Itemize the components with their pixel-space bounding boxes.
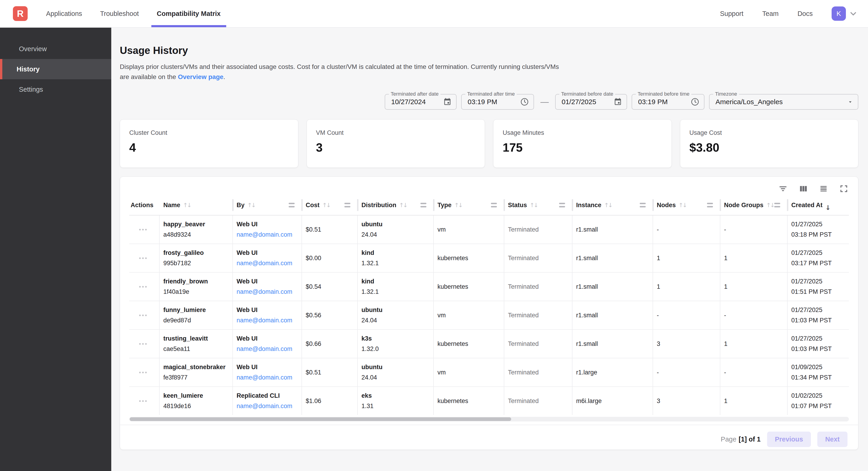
cost-value: $0.51 bbox=[306, 226, 354, 233]
column-drag-handle[interactable] bbox=[344, 203, 350, 207]
cell-type: kubernetes bbox=[434, 273, 504, 301]
avatar[interactable]: K bbox=[832, 6, 846, 21]
stat-value: 175 bbox=[503, 141, 662, 154]
column-header-instance[interactable]: Instance↑↓ bbox=[572, 195, 653, 215]
row-user-email[interactable]: name@domain.com bbox=[237, 260, 299, 267]
column-label: Type bbox=[437, 202, 452, 209]
column-drag-handle[interactable] bbox=[289, 203, 294, 207]
column-drag-handle[interactable] bbox=[491, 203, 497, 207]
row-actions-button[interactable] bbox=[137, 312, 149, 319]
column-label: Name bbox=[163, 202, 180, 209]
cell-status: Terminated bbox=[504, 273, 572, 301]
cell-by: Web UIname@domain.com bbox=[233, 358, 302, 386]
column-drag-handle[interactable] bbox=[421, 203, 426, 207]
column-drag-handle[interactable] bbox=[559, 203, 565, 207]
cell-nodes: 1 bbox=[653, 273, 720, 301]
column-header-status[interactable]: Status↑↓ bbox=[504, 195, 572, 215]
sidebar-item-overview[interactable]: Overview bbox=[0, 39, 111, 59]
page-description: Displays prior clusters/VMs and their as… bbox=[120, 62, 560, 82]
row-user-email[interactable]: name@domain.com bbox=[237, 317, 299, 324]
row-user-email[interactable]: name@domain.com bbox=[237, 231, 299, 238]
column-header-by[interactable]: By↑↓ bbox=[233, 195, 302, 215]
created-by-source: Web UI bbox=[237, 364, 299, 371]
row-user-email[interactable]: name@domain.com bbox=[237, 346, 299, 353]
column-header-distribution[interactable]: Distribution↑↓ bbox=[358, 195, 434, 215]
density-icon[interactable] bbox=[818, 184, 829, 194]
overview-page-link[interactable]: Overview page bbox=[178, 73, 223, 81]
next-page-button[interactable]: Next bbox=[817, 432, 847, 447]
clock-icon[interactable] bbox=[520, 97, 529, 106]
row-actions-button[interactable] bbox=[137, 341, 149, 347]
cell-name: funny_lumierede9ed87d bbox=[160, 301, 233, 329]
column-drag-handle[interactable] bbox=[707, 203, 713, 207]
cluster-name: keen_lumiere bbox=[163, 392, 230, 399]
fullscreen-icon[interactable] bbox=[839, 184, 849, 194]
nav-link-team[interactable]: Team bbox=[762, 10, 779, 18]
cell-type: vm bbox=[434, 301, 504, 329]
stat-card-cluster-count: Cluster Count4 bbox=[120, 119, 298, 168]
row-actions-button[interactable] bbox=[137, 284, 149, 290]
calendar-icon[interactable] bbox=[443, 98, 452, 106]
row-actions-button[interactable] bbox=[137, 227, 149, 233]
previous-page-button[interactable]: Previous bbox=[767, 432, 811, 447]
replicated-logo[interactable]: R bbox=[13, 6, 28, 21]
nav-link-docs[interactable]: Docs bbox=[798, 10, 813, 18]
cell-by: Web UIname@domain.com bbox=[233, 244, 302, 272]
column-label: Created At bbox=[791, 202, 823, 209]
clock-icon[interactable] bbox=[691, 97, 700, 106]
tab-troubleshoot[interactable]: Troubleshoot bbox=[100, 0, 139, 27]
tab-compatibility-matrix[interactable]: Compatibility Matrix bbox=[157, 0, 221, 27]
stat-label: VM Count bbox=[316, 129, 476, 137]
row-actions-button[interactable] bbox=[137, 370, 149, 376]
terminated-after-time-field[interactable]: Terminated after time 03:19 PM bbox=[461, 94, 534, 110]
scrollbar-thumb[interactable] bbox=[130, 417, 511, 421]
dropdown-caret-icon[interactable] bbox=[847, 99, 853, 105]
terminated-after-date-field[interactable]: Terminated after date 10/27/2024 bbox=[385, 94, 457, 110]
stat-label: Usage Cost bbox=[689, 129, 849, 137]
cell-name: keen_lumiere4819de16 bbox=[160, 387, 233, 415]
column-header-nodes[interactable]: Nodes↑↓ bbox=[653, 195, 720, 215]
distribution-version: 24.04 bbox=[362, 374, 431, 381]
row-user-email[interactable]: name@domain.com bbox=[237, 403, 299, 410]
calendar-icon[interactable] bbox=[614, 98, 622, 106]
tab-applications[interactable]: Applications bbox=[46, 0, 82, 27]
row-user-email[interactable]: name@domain.com bbox=[237, 374, 299, 381]
range-separator: — bbox=[540, 97, 549, 107]
filter-icon[interactable] bbox=[778, 184, 788, 194]
pagination: Page[1] of 1 Previous Next bbox=[120, 425, 858, 447]
cell-nodes: 3 bbox=[653, 330, 720, 358]
row-actions-button[interactable] bbox=[137, 398, 149, 404]
row-actions-button[interactable] bbox=[137, 255, 149, 261]
distribution-name: kind bbox=[362, 249, 431, 257]
timezone-select[interactable]: Timezone America/Los_Angeles bbox=[709, 94, 858, 110]
terminated-before-time-field[interactable]: Terminated before time 03:19 PM bbox=[632, 94, 705, 110]
column-header-created-at[interactable]: Created At↓ bbox=[787, 195, 849, 215]
stat-value: $3.80 bbox=[689, 141, 849, 154]
column-header-node-groups[interactable]: Node Groups↑↓ bbox=[720, 195, 787, 215]
cell-by: Web UIname@domain.com bbox=[233, 273, 302, 301]
user-menu[interactable]: K bbox=[832, 6, 858, 21]
column-drag-handle[interactable] bbox=[774, 203, 780, 207]
sidebar-item-history[interactable]: History bbox=[0, 59, 111, 79]
cell-name: friendly_brown1f40a19e bbox=[160, 273, 233, 301]
stat-card-usage-cost: Usage Cost$3.80 bbox=[680, 119, 859, 168]
row-user-email[interactable]: name@domain.com bbox=[237, 288, 299, 295]
sidebar-item-settings[interactable]: Settings bbox=[0, 79, 111, 99]
cell-actions bbox=[129, 301, 160, 329]
terminated-before-date-field[interactable]: Terminated before date 01/27/2025 bbox=[555, 94, 627, 110]
cluster-name: trusting_leavitt bbox=[163, 335, 230, 342]
cell-instance: r1.large bbox=[572, 358, 653, 386]
column-header-name[interactable]: Name↑↓ bbox=[160, 195, 233, 215]
created-date: 01/27/2025 bbox=[791, 335, 846, 342]
cell-cost: $0.56 bbox=[302, 301, 358, 329]
nav-link-support[interactable]: Support bbox=[720, 10, 743, 18]
horizontal-scrollbar[interactable] bbox=[129, 417, 849, 421]
sort-arrows-icon: ↑↓ bbox=[766, 202, 774, 209]
column-header-type[interactable]: Type↑↓ bbox=[434, 195, 504, 215]
column-drag-handle[interactable] bbox=[640, 203, 646, 207]
chevron-down-icon[interactable] bbox=[849, 9, 858, 18]
columns-icon[interactable] bbox=[798, 184, 808, 194]
column-header-cost[interactable]: Cost↑↓ bbox=[302, 195, 358, 215]
nodes-value: - bbox=[657, 312, 717, 319]
created-time: 03:18 PM PST bbox=[791, 231, 846, 238]
